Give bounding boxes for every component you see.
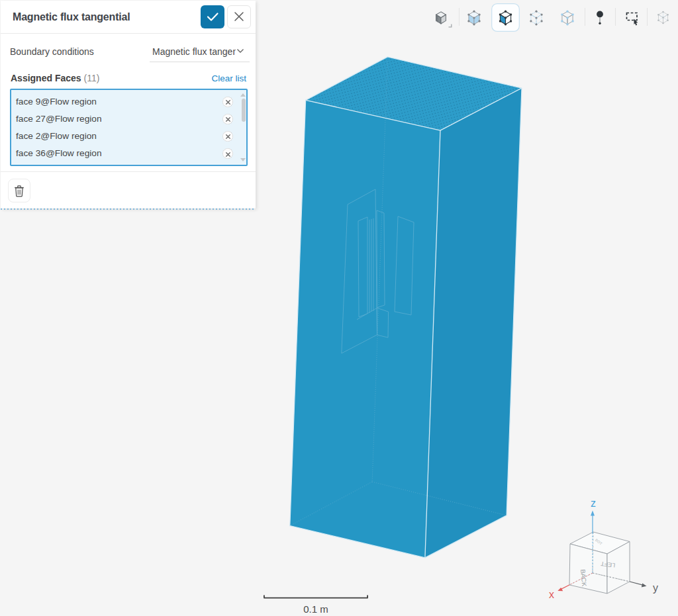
svg-text:y: y — [653, 582, 658, 594]
svg-text:z: z — [591, 498, 596, 509]
svg-text:BACK: BACK — [579, 569, 588, 587]
svg-text:0.1 m: 0.1 m — [303, 603, 328, 615]
svg-text:x: x — [549, 589, 554, 600]
